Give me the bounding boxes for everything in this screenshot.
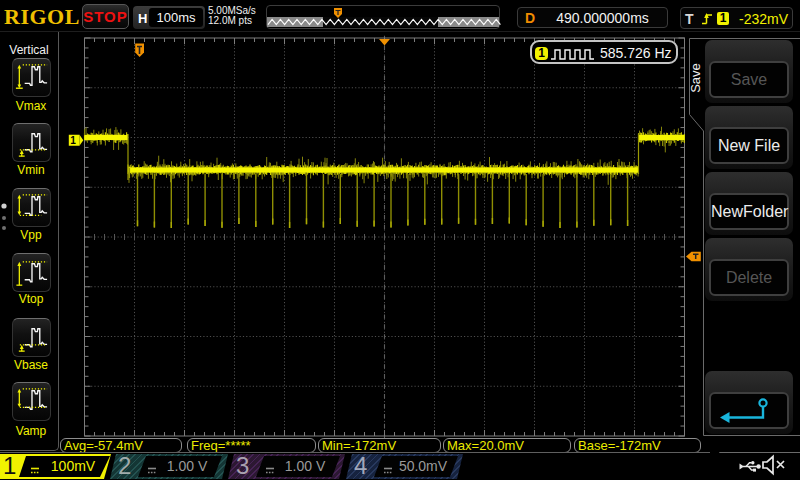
- svg-text:1: 1: [70, 135, 76, 146]
